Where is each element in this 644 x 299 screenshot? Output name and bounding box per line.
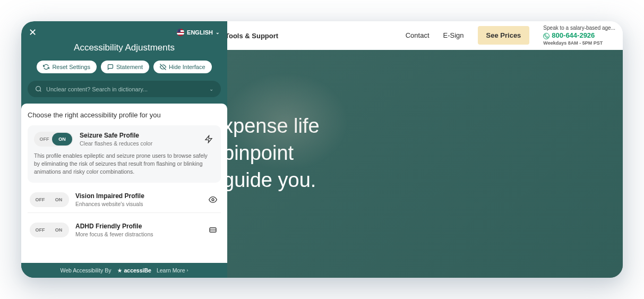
seizure-toggle[interactable]: OFF ON xyxy=(34,132,73,147)
reset-icon xyxy=(43,64,49,70)
chevron-down-icon: ⌄ xyxy=(216,30,220,35)
profile-card-vision: OFF ON Vision Impaired Profile Enhances … xyxy=(28,187,221,213)
app-window: Tools & Support Contact E-Sign See Price… xyxy=(21,21,623,278)
learn-more-label: Learn More xyxy=(157,267,185,274)
adhd-toggle[interactable]: OFF ON xyxy=(30,223,69,237)
profiles-section: Choose the right accessibility profile f… xyxy=(21,104,227,263)
profile-card-adhd: OFF ON ADHD Friendly Profile More focus … xyxy=(28,217,221,243)
toggle-knob: ON xyxy=(52,133,72,146)
svg-line-1 xyxy=(40,90,41,91)
toggle-off-label: OFF xyxy=(31,197,49,202)
close-icon[interactable]: ✕ xyxy=(29,27,37,38)
search-icon xyxy=(35,86,42,92)
chevron-down-icon: ⌄ xyxy=(209,86,213,92)
svg-marker-2 xyxy=(205,135,212,142)
nav-tools-link[interactable]: Tools & Support xyxy=(225,32,278,40)
accessibility-panel: ✕ ENGLISH ⌄ Accessibility Adjustments Re… xyxy=(21,21,227,278)
panel-footer: Web Accessibility By accessiBe Learn Mor… xyxy=(21,263,227,278)
phone-icon xyxy=(543,33,549,39)
statement-label: Statement xyxy=(116,64,143,70)
footer-brand-label: accessiBe xyxy=(124,267,151,274)
reset-label: Reset Settings xyxy=(52,64,90,70)
profile-description: This profile enables epileptic and seizu… xyxy=(34,152,214,176)
accessibe-brand[interactable]: accessiBe xyxy=(117,267,151,274)
phone-hours: Weekdays 8AM - 5PM PST xyxy=(543,40,603,47)
accessibe-icon xyxy=(117,268,123,274)
hero-image xyxy=(196,50,419,209)
dictionary-search[interactable]: ⌄ xyxy=(28,81,221,97)
reset-settings-button[interactable]: Reset Settings xyxy=(37,61,97,73)
chevron-right-icon: › xyxy=(187,268,188,273)
phone-number[interactable]: 800-644-2926 xyxy=(543,31,595,40)
profile-title: ADHD Friendly Profile xyxy=(75,223,201,230)
profile-subtitle: Enhances website's visuals xyxy=(75,201,201,207)
phone-caption: Speak to a salary-based age... xyxy=(543,24,615,31)
flag-us-icon xyxy=(177,29,184,36)
phone-number-text: 800-644-2926 xyxy=(552,31,595,40)
search-input[interactable] xyxy=(46,86,205,92)
profile-title: Seizure Safe Profile xyxy=(80,132,196,139)
bolt-icon xyxy=(203,133,214,145)
toggle-on-label: ON xyxy=(49,227,68,233)
profile-title: Vision Impaired Profile xyxy=(75,192,201,200)
hide-icon xyxy=(160,64,166,70)
svg-point-3 xyxy=(212,199,214,201)
profiles-heading: Choose the right accessibility profile f… xyxy=(28,111,221,119)
toggle-off-label: OFF xyxy=(31,227,49,233)
panel-title: Accessibility Adjustments xyxy=(21,42,227,53)
toggle-on-label: ON xyxy=(49,197,68,202)
language-selector[interactable]: ENGLISH ⌄ xyxy=(177,29,220,36)
see-prices-button[interactable]: See Prices xyxy=(478,26,530,45)
eye-icon xyxy=(207,194,219,206)
phone-block: Speak to a salary-based age... 800-644-2… xyxy=(543,24,615,47)
profile-subtitle: Clear flashes & reduces color xyxy=(80,140,196,147)
frame-icon xyxy=(207,224,219,236)
hide-interface-button[interactable]: Hide Interface xyxy=(153,61,211,73)
svg-point-0 xyxy=(36,87,41,91)
statement-icon xyxy=(107,64,114,70)
nav-contact-link[interactable]: Contact xyxy=(406,31,430,39)
language-label: ENGLISH xyxy=(187,29,213,36)
profile-card-seizure: OFF ON Seizure Safe Profile Clear flashe… xyxy=(28,125,221,183)
vision-toggle[interactable]: OFF ON xyxy=(30,192,69,207)
learn-more-link[interactable]: Learn More › xyxy=(157,267,188,274)
footer-prefix: Web Accessibility By xyxy=(60,267,111,274)
profile-subtitle: More focus & fewer distractions xyxy=(75,231,201,237)
hide-label: Hide Interface xyxy=(169,64,205,70)
statement-button[interactable]: Statement xyxy=(101,61,149,73)
nav-esign-link[interactable]: E-Sign xyxy=(443,31,464,39)
toggle-off-label: OFF xyxy=(35,136,54,142)
